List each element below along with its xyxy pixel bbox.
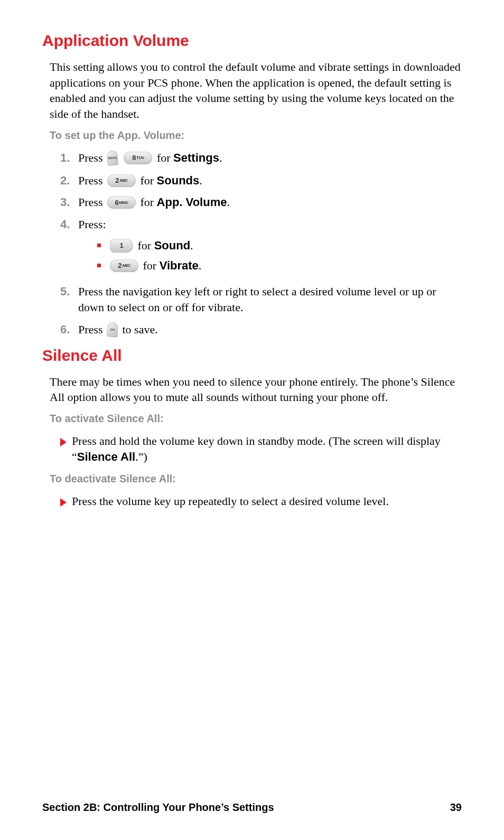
sub-vibrate: 2ABC for Vibrate. xyxy=(97,258,462,274)
key-2-icon: 2ABC xyxy=(107,174,136,187)
term-settings: Settings xyxy=(173,151,219,164)
step-text: Press: xyxy=(78,218,106,231)
step-4-sublist: 1 for Sound. 2ABC for Vibrate. xyxy=(97,238,462,274)
step-number: 4. xyxy=(60,217,78,232)
step-6: 6. Press OK to save. xyxy=(60,322,462,338)
key-8-icon: 8TUV xyxy=(124,152,152,164)
item-text: Press the volume key up repeatedly to se… xyxy=(72,493,389,509)
period: . xyxy=(227,195,230,209)
step-2: 2. Press 2ABC for Sounds. xyxy=(60,173,462,189)
subhead-deactivate-silence: To deactivate Silence All: xyxy=(50,473,462,485)
step-text: Press the navigation key left or right t… xyxy=(78,284,462,315)
menu-key-icon: MENU xyxy=(107,150,118,165)
step-text: for xyxy=(140,174,156,187)
sub-sound: 1 for Sound. xyxy=(97,238,462,254)
step-text: to save. xyxy=(122,323,157,336)
footer-section-label: Section 2B: Controlling Your Phone’s Set… xyxy=(42,801,274,814)
key-2-icon: 2ABC xyxy=(110,259,138,272)
step-3: 3. Press 6MNO for App. Volume. xyxy=(60,194,462,210)
period: . xyxy=(190,239,193,252)
subhead-setup-app-volume: To set up the App. Volume: xyxy=(50,129,462,142)
item-text: .”) xyxy=(135,450,147,463)
period: . xyxy=(199,259,202,272)
step-text: Press xyxy=(78,151,106,164)
period: . xyxy=(199,174,202,187)
step-number: 1. xyxy=(60,150,78,166)
list-activate: Press and hold the volume key down in st… xyxy=(60,433,462,464)
page-number: 39 xyxy=(450,801,462,814)
step-text: Press xyxy=(78,195,106,209)
subhead-activate-silence: To activate Silence All: xyxy=(50,413,462,425)
term-sounds: Sounds xyxy=(157,174,200,187)
step-1: 1. Press MENU 8TUV for Settings. xyxy=(60,150,462,166)
list-deactivate: Press the volume key up repeatedly to se… xyxy=(60,493,462,509)
step-text: Press xyxy=(78,174,106,187)
list-item: Press and hold the volume key down in st… xyxy=(60,433,462,464)
sub-text: for xyxy=(143,259,160,272)
para-app-volume: This setting allows you to control the d… xyxy=(50,59,462,122)
step-number: 5. xyxy=(60,284,78,300)
ok-key-icon: OK xyxy=(107,322,118,337)
term-vibrate: Vibrate xyxy=(160,259,199,272)
key-1-icon: 1 xyxy=(110,239,133,253)
step-number: 6. xyxy=(60,322,78,338)
bullet-icon xyxy=(97,244,101,247)
para-silence-all: There may be times when you need to sile… xyxy=(50,374,462,405)
page-footer: Section 2B: Controlling Your Phone’s Set… xyxy=(42,801,462,814)
heading-application-volume: Application Volume xyxy=(42,32,462,50)
step-number: 2. xyxy=(60,173,78,189)
step-4: 4. Press: 1 for Sound. 2ABC for Vibrate. xyxy=(60,217,462,277)
sub-text: for xyxy=(138,239,154,252)
heading-silence-all: Silence All xyxy=(42,347,462,365)
steps-app-volume: 1. Press MENU 8TUV for Settings. 2. Pres… xyxy=(60,150,462,338)
step-text: for xyxy=(140,195,156,209)
key-6-icon: 6MNO xyxy=(107,196,136,209)
arrow-icon xyxy=(60,438,67,446)
term-silence-all: Silence All xyxy=(77,450,135,463)
list-item: Press the volume key up repeatedly to se… xyxy=(60,493,462,509)
step-5: 5. Press the navigation key left or righ… xyxy=(60,284,462,315)
step-text: Press xyxy=(78,323,106,336)
arrow-icon xyxy=(60,498,67,507)
period: . xyxy=(219,151,222,164)
term-app-volume: App. Volume xyxy=(157,195,227,209)
step-number: 3. xyxy=(60,194,78,210)
term-sound: Sound xyxy=(154,239,190,252)
bullet-icon xyxy=(97,264,101,267)
step-text: for xyxy=(157,151,173,164)
